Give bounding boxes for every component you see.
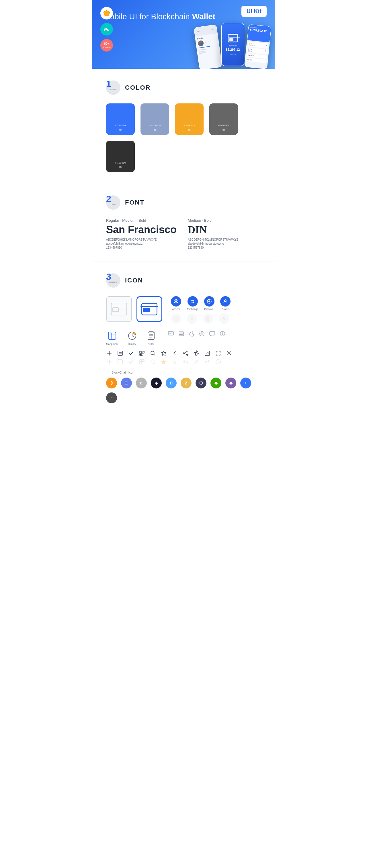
icon-title: ICON bbox=[125, 277, 143, 284]
tool-icons-gray bbox=[106, 359, 261, 365]
color-swatch: # 3574FA bbox=[106, 103, 135, 135]
svg-rect-64 bbox=[118, 360, 122, 364]
crypto-Dash: Đ bbox=[166, 378, 177, 389]
section-number-2: TWO 2 bbox=[106, 195, 120, 210]
circle-icon bbox=[199, 331, 205, 337]
close-icon bbox=[226, 350, 232, 356]
sf-lower: abcdefghijklmnopqrstuvwxyz bbox=[106, 242, 179, 245]
moon-icon bbox=[188, 331, 195, 337]
chevron-left-icon bbox=[171, 350, 178, 356]
crypto-icons: ₿ΞŁ◈ĐZ⬡◆◆+~ bbox=[106, 378, 261, 403]
svg-rect-11 bbox=[108, 332, 116, 339]
phone-2: myWallet $6,297.12 Sign up bbox=[221, 23, 244, 66]
crypto-Waves: ◆ bbox=[210, 378, 221, 389]
hero-section: Mobile UI for Blockchain Wallet UI Kit P… bbox=[92, 0, 275, 69]
ps-badge: Ps bbox=[101, 23, 113, 35]
crypto-Stratis: ◈ bbox=[151, 378, 162, 389]
nav-icons-row-active: Assets Exchange bbox=[171, 296, 230, 311]
svg-marker-70 bbox=[162, 360, 166, 364]
svg-rect-26 bbox=[179, 333, 184, 334]
wallet-icon-wireframe-1 bbox=[106, 296, 132, 322]
ui-kit-badge: UI Kit bbox=[242, 6, 266, 17]
color-swatch: # 303030 bbox=[106, 141, 135, 172]
svg-rect-45 bbox=[140, 354, 141, 355]
search-icon bbox=[150, 350, 156, 356]
stack-icon bbox=[178, 331, 185, 337]
svg-rect-21 bbox=[149, 332, 153, 333]
svg-point-54 bbox=[187, 354, 188, 355]
profile-icon bbox=[220, 296, 230, 307]
svg-line-69 bbox=[154, 363, 155, 364]
comment-icon bbox=[209, 331, 215, 337]
nav-profile: Profile bbox=[220, 296, 230, 311]
svg-rect-65 bbox=[140, 360, 142, 362]
tool-icons-blue bbox=[106, 350, 261, 356]
svg-rect-12 bbox=[108, 332, 111, 339]
color-swatches: # 3574FA # 8DA0C8 # F5A623 # 666666 # 30… bbox=[106, 103, 261, 172]
crypto-Grid: ⬡ bbox=[196, 378, 206, 389]
nav-assets: Assets bbox=[171, 296, 181, 311]
svg-line-50 bbox=[154, 354, 155, 355]
svg-marker-7 bbox=[174, 316, 178, 320]
svg-rect-43 bbox=[143, 351, 144, 352]
resize-icon bbox=[215, 350, 221, 356]
svg-point-57 bbox=[196, 352, 197, 354]
qr-icon bbox=[139, 350, 145, 356]
management-icon bbox=[107, 331, 117, 341]
sf-nums: 1234567890 bbox=[106, 246, 179, 249]
nav-exchange: Exchange bbox=[187, 296, 198, 311]
order-icon bbox=[146, 331, 156, 341]
svg-point-53 bbox=[183, 353, 185, 354]
list-icon bbox=[117, 350, 123, 356]
svg-rect-47 bbox=[143, 353, 144, 354]
hero-badges: Ps 60+Screens bbox=[101, 7, 113, 52]
crypto-Ethereum: Ξ bbox=[121, 378, 132, 389]
svg-line-56 bbox=[185, 353, 187, 355]
star-active-icon bbox=[161, 359, 167, 365]
info-icon bbox=[219, 331, 226, 337]
color-swatch: # 8DA0C8 bbox=[140, 103, 169, 135]
din-meta: Medium · Bold bbox=[188, 218, 261, 223]
sf-name: San Francisco bbox=[106, 224, 179, 236]
exchange-icon bbox=[188, 296, 198, 307]
svg-rect-30 bbox=[209, 332, 215, 335]
icon-section-header: THREE 3 ICON bbox=[106, 273, 261, 288]
svg-rect-66 bbox=[142, 360, 144, 362]
sketch-badge bbox=[101, 7, 113, 20]
wallet-icon-blue bbox=[137, 296, 162, 322]
sf-upper: ABCDEFGHIJKLMNOPQRSTUVWXYZ bbox=[106, 238, 179, 241]
star-icon bbox=[161, 350, 167, 356]
tab-management: Mangment bbox=[106, 331, 118, 345]
svg-point-29 bbox=[200, 332, 203, 335]
crypto-Zcash: Z bbox=[181, 378, 192, 389]
svg-point-5 bbox=[208, 301, 210, 302]
color-section-header: ONE 1 COLOR bbox=[106, 81, 261, 95]
nav-discover: Discover bbox=[204, 296, 215, 311]
svg-rect-22 bbox=[168, 332, 173, 335]
font-section: TWO 2 FONT Regular · Medium · Bold San F… bbox=[92, 184, 275, 261]
screens-badge: 60+Screens bbox=[101, 39, 113, 52]
svg-point-9 bbox=[207, 318, 209, 319]
icon-section: THREE 3 ICON bbox=[92, 262, 275, 415]
svg-point-52 bbox=[187, 351, 188, 352]
section-number-1: ONE 1 bbox=[106, 81, 120, 95]
history-icon: ! bbox=[127, 331, 137, 341]
svg-point-49 bbox=[151, 351, 154, 355]
section-number-3: THREE 3 bbox=[106, 273, 120, 288]
crypto-Litecoin: Ł bbox=[136, 378, 147, 389]
crypto-Bitcoin: ₿ bbox=[106, 378, 117, 389]
blockchain-label: BlockChain Icon bbox=[106, 371, 261, 374]
misc-icons bbox=[168, 331, 226, 337]
svg-point-75 bbox=[218, 361, 219, 361]
crypto-Diamond: ◆ bbox=[225, 378, 236, 389]
color-title: COLOR bbox=[125, 84, 150, 91]
share-icon bbox=[182, 350, 189, 356]
svg-point-6 bbox=[225, 300, 226, 301]
svg-rect-25 bbox=[179, 335, 184, 336]
crypto-Other: ~ bbox=[106, 393, 117, 403]
svg-marker-51 bbox=[162, 351, 166, 355]
plus-icon bbox=[106, 350, 112, 356]
svg-rect-27 bbox=[179, 332, 184, 333]
nav-icons-row-inactive bbox=[171, 313, 230, 324]
phone-mockups: 9:41 ●●● Profile AI... Management Messag… bbox=[196, 23, 270, 66]
